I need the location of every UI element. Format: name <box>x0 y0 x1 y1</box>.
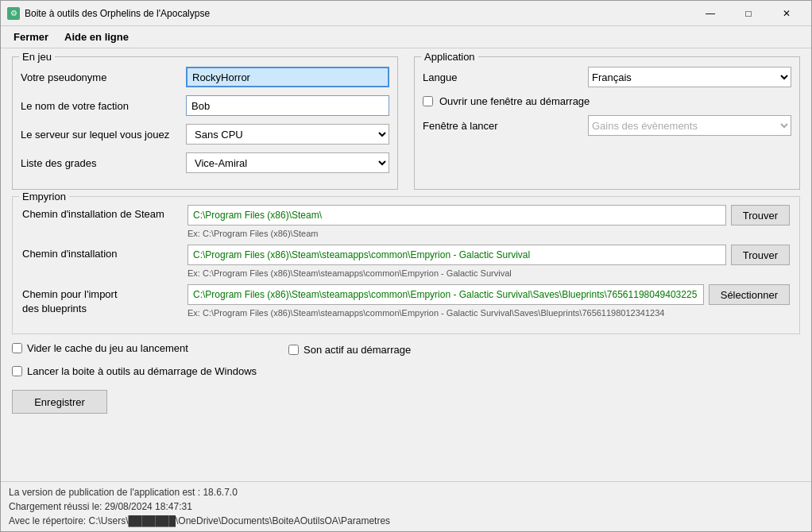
install-row: Chemin d'installation Trouver Ex: C:\Pro… <box>22 245 790 278</box>
langue-select[interactable]: Français English <box>588 67 791 87</box>
steam-label: Chemin d'installation de Steam <box>22 205 181 220</box>
menu-bar: Fermer Aide en ligne <box>1 26 811 48</box>
son-actif-row: Son actif au démarrage <box>288 344 411 356</box>
son-actif-label: Son actif au démarrage <box>304 344 411 356</box>
pseudonyme-row: Votre pseudonyme <box>21 67 389 87</box>
title-bar-controls: — □ ✕ <box>692 6 805 21</box>
status-line2: Chargement réussi le: 29/08/2024 18:47:3… <box>9 499 803 514</box>
status-line3: Avec le répertoire: C:\Users\███████\One… <box>9 514 803 528</box>
top-sections: En jeu Votre pseudonyme Le nom de votre … <box>12 56 800 190</box>
main-window: ⚙ Boite à outils des Orphelins de l'Apoc… <box>0 0 812 532</box>
empyrion-label: Empyrion <box>19 191 69 202</box>
save-row: Enregistrer <box>12 390 800 414</box>
fenetre-demarrage-checkbox[interactable] <box>423 96 433 106</box>
blueprints-btn[interactable]: Sélectionner <box>709 284 790 305</box>
grades-row: Liste des grades Vice-Amiral Amiral Capi… <box>21 152 389 173</box>
status-line1: La version de publication de l'applicati… <box>9 485 803 499</box>
injeu-label: En jeu <box>19 51 55 63</box>
faction-input[interactable] <box>186 95 389 116</box>
langue-label: Langue <box>423 71 582 83</box>
lancer-demarrage-label: Lancer la boite à outils au démarrage de… <box>27 365 257 377</box>
blueprints-right: Sélectionner Ex: C:\Program Files (x86)\… <box>188 284 790 318</box>
menu-fermer[interactable]: Fermer <box>7 28 55 46</box>
steam-row: Chemin d'installation de Steam Trouver E… <box>22 205 790 238</box>
steam-hint: Ex: C:\Program Files (x86)\Steam <box>188 229 790 238</box>
application-inner: Langue Français English Ouvrir une fenêt… <box>423 67 791 136</box>
faction-label: Le nom de votre faction <box>21 100 180 112</box>
pseudonyme-input[interactable] <box>186 67 389 87</box>
lancer-demarrage-checkbox[interactable] <box>12 366 22 376</box>
bottom-checkboxes-row: Vider le cache du jeu au lancement Lance… <box>12 342 800 384</box>
title-bar: ⚙ Boite à outils des Orphelins de l'Apoc… <box>1 1 811 26</box>
right-checkboxes: Son actif au démarrage <box>288 342 411 384</box>
fenetre-lancer-row: Fenêtre à lancer Gains des évènements Op… <box>423 115 791 136</box>
blueprints-row: Chemin pour l'importdes blueprints Sélec… <box>22 284 790 318</box>
serveur-select[interactable]: Sans CPU Serveur 1 Serveur 2 <box>186 124 389 145</box>
vider-cache-label: Vider le cache du jeu au lancement <box>27 342 188 354</box>
fenetre-lancer-label: Fenêtre à lancer <box>423 120 582 132</box>
son-actif-checkbox[interactable] <box>288 345 299 355</box>
application-label: Application <box>421 51 478 63</box>
vider-cache-row: Vider le cache du jeu au lancement <box>12 342 257 354</box>
steam-btn[interactable]: Trouver <box>731 205 790 226</box>
install-input[interactable] <box>188 245 726 265</box>
fenetre-demarrage-label: Ouvrir une fenêtre au démarrage <box>439 95 590 107</box>
install-right: Trouver Ex: C:\Program Files (x86)\Steam… <box>188 245 790 278</box>
faction-row: Le nom de votre faction <box>21 95 389 116</box>
steam-input[interactable] <box>188 205 726 226</box>
menu-aide[interactable]: Aide en ligne <box>58 28 135 46</box>
install-input-row: Trouver <box>188 245 790 265</box>
grades-label: Liste des grades <box>21 157 180 169</box>
grades-select[interactable]: Vice-Amiral Amiral Capitaine <box>186 152 389 173</box>
steam-input-row: Trouver <box>188 205 790 226</box>
install-label: Chemin d'installation <box>22 245 181 260</box>
window-title: Boite à outils des Orphelins de l'Apocal… <box>25 8 692 19</box>
vider-cache-checkbox[interactable] <box>12 343 22 353</box>
install-btn[interactable]: Trouver <box>731 245 790 265</box>
maximize-button[interactable]: □ <box>730 6 767 21</box>
blueprints-label: Chemin pour l'importdes blueprints <box>22 284 181 316</box>
minimize-button[interactable]: — <box>692 6 729 21</box>
application-section: Application Langue Français English Ouvr… <box>414 56 800 190</box>
empyrion-section: Empyrion Chemin d'installation de Steam … <box>12 196 800 334</box>
fenetre-demarrage-row: Ouvrir une fenêtre au démarrage <box>423 95 791 107</box>
langue-row: Langue Français English <box>423 67 791 87</box>
injeu-inner: Votre pseudonyme Le nom de votre faction… <box>21 67 389 173</box>
steam-right: Trouver Ex: C:\Program Files (x86)\Steam <box>188 205 790 238</box>
lancer-demarrage-row: Lancer la boite à outils au démarrage de… <box>12 365 257 377</box>
left-checkboxes: Vider le cache du jeu au lancement Lance… <box>12 342 257 384</box>
fenetre-lancer-select[interactable]: Gains des évènements Option 2 <box>588 115 791 136</box>
blueprints-hint: Ex: C:\Program Files (x86)\Steam\steamap… <box>188 308 790 318</box>
close-button[interactable]: ✕ <box>768 6 805 21</box>
status-bar: La version de publication de l'applicati… <box>1 481 811 531</box>
save-button[interactable]: Enregistrer <box>12 390 107 414</box>
blueprints-input-row: Sélectionner <box>188 284 790 305</box>
injeu-section: En jeu Votre pseudonyme Le nom de votre … <box>12 56 398 190</box>
window-icon: ⚙ <box>7 7 20 20</box>
serveur-label: Le serveur sur lequel vous jouez <box>21 129 180 141</box>
main-content: En jeu Votre pseudonyme Le nom de votre … <box>1 48 811 481</box>
serveur-row: Le serveur sur lequel vous jouez Sans CP… <box>21 124 389 145</box>
install-hint: Ex: C:\Program Files (x86)\Steam\steamap… <box>188 268 790 278</box>
pseudonyme-label: Votre pseudonyme <box>21 71 180 83</box>
blueprints-input[interactable] <box>188 284 704 305</box>
